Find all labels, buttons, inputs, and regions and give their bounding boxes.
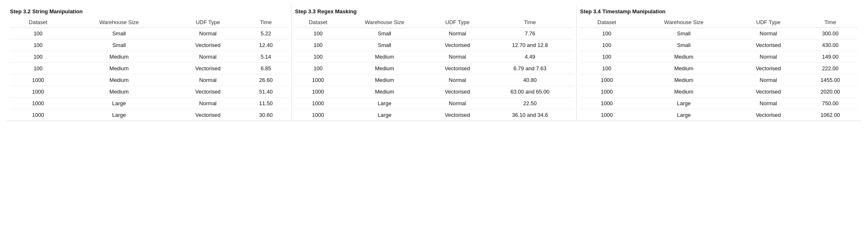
table-row: 100SmallVectorised430.00 [580,39,858,51]
table-row: 1000LargeNormal22.50 [295,98,573,109]
table-cell-0-6-3: 11.50 [244,98,288,109]
col-header-0-0: Dataset [10,17,66,28]
table-cell-2-5-1: Medium [634,86,734,98]
table-cell-2-1-1: Small [634,39,734,51]
table-row: 100SmallNormal300.00 [580,28,858,39]
col-header-1-2: UDF Type [428,17,487,28]
table-cell-1-4-1: Medium [341,74,428,86]
table-cell-0-5-0: 1000 [10,86,66,98]
table-cell-1-1-1: Small [341,39,428,51]
table-cell-0-2-0: 100 [10,51,66,63]
table-cell-0-0-0: 100 [10,28,66,39]
table-row: 100MediumNormal149.00 [580,51,858,63]
col-header-2-1: Warehouse Size [634,17,734,28]
table-cell-1-2-3: 4.49 [487,51,573,63]
table-cell-0-3-3: 6.85 [244,63,288,74]
table-cell-0-6-1: Large [66,98,172,109]
table-cell-2-0-2: Normal [734,28,802,39]
table-cell-1-1-3: 12.70 and 12.8 [487,39,573,51]
table-cell-0-1-3: 12.40 [244,39,288,51]
table-cell-2-0-1: Small [634,28,734,39]
table-cell-1-2-2: Normal [428,51,487,63]
table-cell-0-5-3: 51.40 [244,86,288,98]
step-header-0: Step 3.2String Manipulation [10,5,288,17]
step-section-2: Step 3.4Timestamp ManipulationDatasetWar… [576,5,861,121]
table-row: 100MediumNormal5.14 [10,51,288,63]
table-cell-1-7-0: 1000 [295,109,341,121]
table-cell-0-3-1: Medium [66,63,172,74]
table-cell-0-1-0: 100 [10,39,66,51]
table-row: 100MediumNormal4.49 [295,51,573,63]
table-cell-2-6-1: Large [634,98,734,109]
col-header-0-1: Warehouse Size [66,17,172,28]
step-title-1: Regex Masking [317,8,357,15]
table-cell-2-2-2: Normal [734,51,802,63]
table-cell-0-0-2: Normal [172,28,244,39]
table-cell-1-3-0: 100 [295,63,341,74]
table-cell-2-1-0: 100 [580,39,634,51]
table-cell-2-1-3: 430.00 [802,39,858,51]
table-cell-0-4-3: 26.60 [244,74,288,86]
step-number-0: Step 3.2 [10,8,31,15]
table-cell-0-2-3: 5.14 [244,51,288,63]
table-row: 1000LargeVectorised36.10 and 34.6 [295,109,573,121]
table-row: 100MediumVectorised6.79 and 7.63 [295,63,573,74]
table-cell-1-7-2: Vectorised [428,109,487,121]
table-cell-2-4-0: 1000 [580,74,634,86]
col-header-1-1: Warehouse Size [341,17,428,28]
page-container: Step 3.2String ManipulationDatasetWareho… [7,5,861,121]
table-row: 1000MediumVectorised63.00 and 65.00 [295,86,573,98]
table-cell-1-6-0: 1000 [295,98,341,109]
table-cell-0-7-3: 30.60 [244,109,288,121]
table-row: 1000LargeNormal750.00 [580,98,858,109]
table-cell-1-4-0: 1000 [295,74,341,86]
table-row: 1000LargeNormal11.50 [10,98,288,109]
table-row: 100SmallNormal7.76 [295,28,573,39]
table-row: 1000MediumVectorised51.40 [10,86,288,98]
table-cell-1-2-0: 100 [295,51,341,63]
table-cell-2-0-3: 300.00 [802,28,858,39]
table-cell-1-6-3: 22.50 [487,98,573,109]
table-cell-0-3-0: 100 [10,63,66,74]
table-cell-2-7-1: Large [634,109,734,121]
table-cell-2-5-3: 2020.00 [802,86,858,98]
table-row: 1000MediumNormal1455.00 [580,74,858,86]
step-header-1: Step 3.3Regex Masking [295,5,573,17]
step-header-2: Step 3.4Timestamp Manipulation [580,5,858,17]
table-row: 100MediumVectorised222.00 [580,63,858,74]
table-cell-1-4-3: 40.80 [487,74,573,86]
table-cell-1-0-1: Small [341,28,428,39]
table-cell-1-1-0: 100 [295,39,341,51]
table-cell-2-1-2: Vectorised [734,39,802,51]
table-cell-1-0-0: 100 [295,28,341,39]
table-cell-1-1-2: Vectorised [428,39,487,51]
table-cell-2-3-3: 222.00 [802,63,858,74]
table-cell-0-6-2: Normal [172,98,244,109]
table-cell-1-5-3: 63.00 and 65.00 [487,86,573,98]
table-cell-0-7-0: 1000 [10,109,66,121]
step-number-2: Step 3.4 [580,8,601,15]
table-cell-0-0-3: 5.22 [244,28,288,39]
table-cell-1-3-3: 6.79 and 7.63 [487,63,573,74]
table-cell-2-4-1: Medium [634,74,734,86]
table-cell-0-5-1: Medium [66,86,172,98]
table-row: 1000MediumNormal26.60 [10,74,288,86]
table-row: 100SmallVectorised12.70 and 12.8 [295,39,573,51]
table-cell-2-6-3: 750.00 [802,98,858,109]
table-cell-2-3-1: Medium [634,63,734,74]
step-title-0: String Manipulation [32,8,83,15]
table-cell-1-5-1: Medium [341,86,428,98]
table-cell-2-3-2: Vectorised [734,63,802,74]
table-row: 1000MediumVectorised2020.00 [580,86,858,98]
col-header-0-2: UDF Type [172,17,244,28]
col-header-0-3: Time [244,17,288,28]
step-table-2: DatasetWarehouse SizeUDF TypeTime100Smal… [580,17,858,121]
table-cell-0-3-2: Vectorised [172,63,244,74]
table-cell-1-5-2: Vectorised [428,86,487,98]
table-cell-0-7-1: Large [66,109,172,121]
table-cell-1-3-2: Vectorised [428,63,487,74]
table-cell-0-2-1: Medium [66,51,172,63]
step-section-0: Step 3.2String ManipulationDatasetWareho… [7,5,291,121]
table-cell-1-2-1: Medium [341,51,428,63]
table-cell-2-6-2: Normal [734,98,802,109]
